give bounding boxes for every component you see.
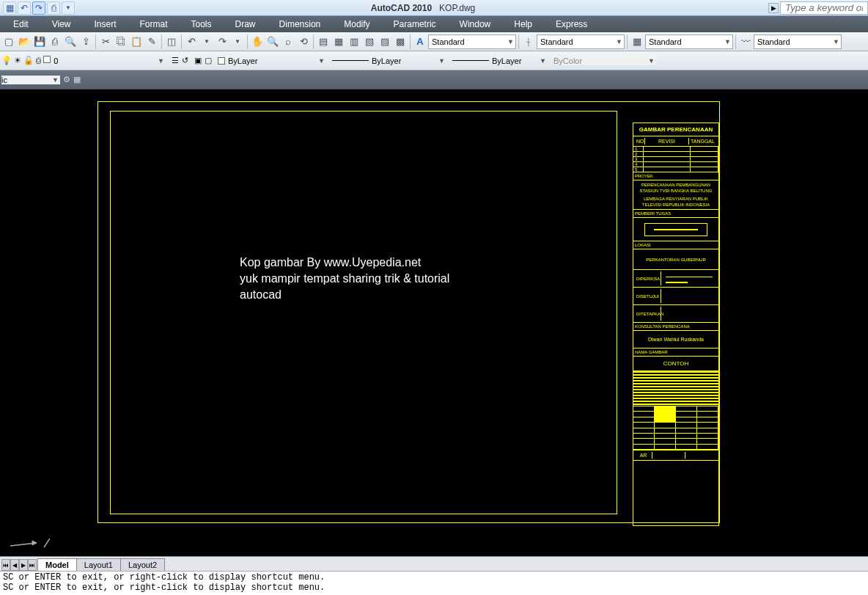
color-combo[interactable]: ByLayer▼: [218, 56, 326, 65]
menu-dimension[interactable]: Dimension: [268, 17, 333, 32]
tb-header: GAMBAR PERENCANAAN: [633, 123, 718, 136]
title-block: GAMBAR PERENCANAAN NO REVISI TANGGAL 1 2…: [633, 123, 719, 526]
tb-diperiksa: DIPERIKSA: [633, 270, 718, 288]
layerstate-icon[interactable]: ☰: [172, 56, 179, 65]
publish-icon[interactable]: ⇪: [78, 34, 93, 49]
standard-toolbar: ▢ 📂 💾 ⎙ 🔍 ⇪ ✂ ⿻ 📋 ✎ ◫ ↶ ▼ ↷ ▼ ✋ 🔍 ⌕ ⟲ ▤ …: [0, 32, 868, 51]
dimstyle-combo[interactable]: Standard▼: [537, 34, 625, 49]
markup-icon[interactable]: ▨: [378, 34, 392, 49]
paste-icon[interactable]: 📋: [129, 34, 144, 49]
workspace-toolbar: ic▼ ⚙ ▦: [0, 70, 868, 90]
menu-draw[interactable]: Draw: [224, 17, 268, 32]
tb-revision-rows: 1 2 3 4 5: [633, 147, 718, 172]
menu-edit[interactable]: Edit: [1, 17, 40, 32]
new-icon[interactable]: ▢: [1, 34, 16, 49]
redo2-icon[interactable]: ↷: [215, 34, 229, 49]
tb-proyek-label: PROYEK: [633, 172, 718, 180]
zoom-win-icon[interactable]: ⌕: [281, 34, 295, 49]
menu-view[interactable]: View: [40, 17, 83, 32]
tab-layout1[interactable]: Layout1: [76, 558, 121, 571]
tab-prev-icon[interactable]: ◀: [10, 559, 19, 571]
menu-parametric[interactable]: Parametric: [382, 17, 448, 32]
copy-icon[interactable]: ⿻: [114, 34, 128, 49]
tab-last-icon[interactable]: ⏭: [28, 559, 37, 571]
layer-properties-toolbar: 💡 ☀ 🔓 ⎙ 0▼ ☰ ↺ ▣ ▢ ByLayer▼ ByLayer▼ ByL…: [0, 51, 868, 70]
tb-ditetapkan: DITETAPKAN: [633, 305, 718, 323]
workspace-combo[interactable]: ic▼: [1, 76, 60, 84]
calc-icon[interactable]: ▩: [393, 34, 408, 49]
dc-icon[interactable]: ▦: [331, 34, 346, 49]
tb-konsultan-label: KONSULTAN PERENCANA: [633, 323, 718, 331]
help-nav-icon[interactable]: ▶: [768, 3, 779, 13]
save-icon[interactable]: 💾: [32, 34, 47, 49]
menu-window[interactable]: Window: [448, 17, 503, 32]
svg-line-2: [44, 539, 50, 547]
tab-model[interactable]: Model: [37, 558, 77, 571]
tb-ar-row: AR: [633, 450, 718, 461]
undo2-icon[interactable]: ↶: [184, 34, 199, 49]
tab-first-icon[interactable]: ⏮: [1, 559, 10, 571]
print-icon[interactable]: ⎙: [47, 1, 60, 15]
redo-dd-icon[interactable]: ▼: [230, 34, 245, 49]
search-input[interactable]: [780, 1, 868, 15]
tb-revision-header: NO REVISI TANGGAL: [633, 136, 718, 147]
match-icon[interactable]: ✎: [144, 34, 159, 49]
mlstyle-combo[interactable]: Standard▼: [754, 34, 842, 49]
qat-dropdown-icon[interactable]: ▼: [62, 1, 75, 15]
menu-format[interactable]: Format: [128, 17, 180, 32]
menu-tools[interactable]: Tools: [180, 17, 224, 32]
tp-icon[interactable]: ▥: [347, 34, 361, 49]
dimstyle-icon[interactable]: ⟊: [521, 34, 536, 49]
zoom-prev-icon[interactable]: ⟲: [296, 34, 311, 49]
svg-marker-1: [32, 541, 37, 545]
ws-lock-icon[interactable]: ▦: [73, 75, 81, 84]
cut-icon[interactable]: ✂: [98, 34, 113, 49]
ws-settings-icon[interactable]: ⚙: [63, 75, 70, 84]
block-icon[interactable]: ◫: [164, 34, 179, 49]
textstyle-icon[interactable]: A: [413, 34, 427, 49]
undo-icon[interactable]: ↶: [18, 1, 31, 15]
tb-namagambar-label: NAMA GAMBAR: [633, 348, 718, 357]
tb-konsultan-name: Diwan Wahlul Ruskanda: [633, 331, 718, 348]
tablestyle-icon[interactable]: ▦: [630, 34, 644, 49]
menu-help[interactable]: Help: [502, 17, 544, 32]
window-title: AutoCAD 2010 KOP.dwg: [78, 3, 768, 13]
pan-icon[interactable]: ✋: [250, 34, 265, 49]
drawing-canvas[interactable]: GAMBAR PERENCANAAN NO REVISI TANGGAL 1 2…: [0, 90, 868, 556]
layerprev-icon[interactable]: ↺: [182, 56, 188, 65]
tab-next-icon[interactable]: ▶: [19, 559, 28, 571]
titlebar: ▦ ↶ ↷ ⎙ ▼ AutoCAD 2010 KOP.dwg ▶: [0, 0, 868, 16]
ucs-icon: [6, 533, 50, 550]
props-icon[interactable]: ▤: [316, 34, 331, 49]
tb-lokasi: PERKANTORAN GUBERNUR: [633, 249, 718, 270]
redo-icon[interactable]: ↷: [32, 1, 45, 15]
layeruniso-icon[interactable]: ▢: [205, 56, 212, 65]
menu-modify[interactable]: Modify: [332, 17, 381, 32]
tb-disetujui: DISETUJUI: [633, 288, 718, 305]
layer-combo[interactable]: 💡 ☀ 🔓 ⎙ 0▼: [1, 56, 166, 65]
menu-express[interactable]: Express: [544, 17, 599, 32]
plotstyle-combo: ByColor▼: [553, 56, 656, 65]
menu-insert[interactable]: Insert: [82, 17, 128, 32]
tab-layout2[interactable]: Layout2: [120, 558, 165, 571]
tablestyle-combo[interactable]: Standard▼: [645, 34, 733, 49]
command-line[interactable]: SC or ENTER to exit, or right-click to d…: [0, 571, 868, 594]
textstyle-combo[interactable]: Standard▼: [428, 34, 516, 49]
zoom-rt-icon[interactable]: 🔍: [265, 34, 280, 49]
tb-contoh: CONTOH: [633, 357, 718, 371]
linetype-combo[interactable]: ByLayer▼: [332, 56, 446, 65]
tb-pemberi-label: PEMBERI TUGAS: [633, 210, 718, 218]
mlstyle-icon[interactable]: 〰: [738, 34, 753, 49]
layeriso-icon[interactable]: ▣: [194, 56, 202, 65]
app-menu-icon[interactable]: ▦: [3, 1, 16, 15]
open-icon[interactable]: 📂: [17, 34, 32, 49]
drawing-inner-frame: [110, 111, 617, 514]
tb-dense-block-2: [633, 406, 718, 450]
preview-icon[interactable]: 🔍: [63, 34, 78, 49]
ssm-icon[interactable]: ▧: [362, 34, 377, 49]
undo-dd-icon[interactable]: ▼: [199, 34, 214, 49]
plot-icon[interactable]: ⎙: [48, 34, 62, 49]
tb-pemberi-box: [633, 218, 718, 241]
tb-dense-block-1: [633, 371, 718, 406]
lineweight-combo[interactable]: ByLayer▼: [452, 56, 548, 65]
